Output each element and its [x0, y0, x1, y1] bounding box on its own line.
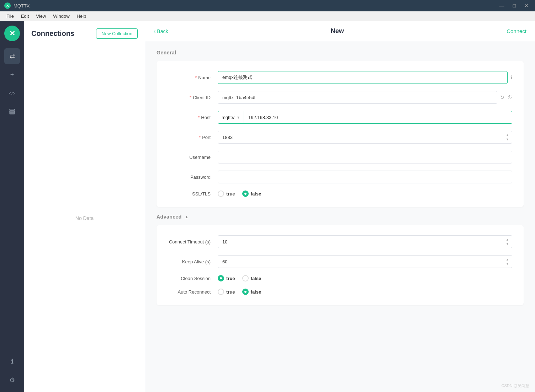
name-input[interactable]	[218, 71, 508, 84]
host-label: *Host	[168, 115, 218, 120]
sidebar-item-database[interactable]	[4, 104, 20, 119]
auto-reconnect-false-label: false	[251, 289, 261, 295]
menu-window[interactable]: Window	[49, 11, 73, 21]
keep-alive-wrapper: ▲ ▼	[218, 255, 512, 268]
client-id-input[interactable]	[218, 91, 497, 104]
connect-timeout-wrapper: ▲ ▼	[218, 235, 512, 248]
port-increment-button[interactable]: ▲	[505, 133, 509, 137]
host-required: *	[198, 115, 200, 120]
keep-alive-decrement[interactable]: ▼	[505, 262, 509, 266]
clean-session-radio-group: true false	[218, 275, 512, 281]
connections-title: Connections	[31, 29, 74, 38]
connect-button[interactable]: Connect	[507, 28, 526, 34]
advanced-card: Connect Timeout (s) ▲ ▼ Keep Alive (s)	[157, 225, 524, 305]
sidebar-item-connections[interactable]: ⇄	[4, 48, 20, 64]
sidebar-item-code[interactable]: </>	[4, 85, 20, 101]
back-button[interactable]: ‹ Back	[154, 28, 168, 34]
host-input[interactable]	[244, 111, 512, 124]
sidebar-item-new[interactable]: +	[4, 67, 20, 82]
clean-session-false-option[interactable]: false	[242, 275, 261, 281]
ssl-true-option[interactable]: true	[218, 190, 235, 197]
maximize-button[interactable]: □	[511, 2, 518, 9]
new-collection-button[interactable]: New Collection	[96, 28, 138, 39]
clean-session-false-radio[interactable]	[242, 275, 249, 281]
port-decrement-button[interactable]: ▼	[505, 138, 509, 141]
password-input[interactable]	[218, 171, 512, 183]
keep-alive-increment[interactable]: ▲	[505, 258, 509, 262]
back-arrow-icon: ‹	[154, 28, 155, 34]
top-bar: ‹ Back New Connect	[145, 21, 535, 41]
connections-panel: Connections New Collection No Data	[24, 21, 145, 392]
ssl-false-radio[interactable]	[242, 190, 249, 197]
password-label: Password	[168, 174, 218, 180]
client-id-input-wrapper: ↻ ⏱	[218, 91, 512, 104]
advanced-section-title: Advanced	[157, 214, 182, 220]
watermark: CSDN @吴尚慧	[502, 383, 529, 388]
keep-alive-label: Keep Alive (s)	[168, 259, 218, 264]
ssl-true-label: true	[226, 191, 235, 197]
ssl-true-radio[interactable]	[218, 190, 224, 197]
client-id-required: *	[190, 95, 191, 100]
title-bar: MQTTX — □ ✕	[0, 0, 535, 11]
no-data-message: No Data	[24, 44, 145, 392]
connect-timeout-increment[interactable]: ▲	[505, 238, 509, 242]
auto-reconnect-false-option[interactable]: false	[242, 289, 261, 295]
app-body: ✕ ⇄ + </> ℹ ⚙ Connections New Collection…	[0, 21, 535, 392]
auto-reconnect-true-radio[interactable]	[218, 289, 224, 295]
auto-reconnect-label: Auto Reconnect	[168, 289, 218, 295]
auto-reconnect-radio-group: true false	[218, 289, 512, 295]
port-row: *Port ▲ ▼	[168, 131, 512, 144]
client-id-row: *Client ID ↻ ⏱	[168, 91, 512, 104]
info-icon[interactable]: ℹ	[510, 75, 512, 80]
menu-help[interactable]: Help	[73, 11, 90, 21]
advanced-chevron-icon: ▲	[185, 215, 189, 219]
clean-session-true-option[interactable]: true	[218, 275, 235, 281]
clock-icon[interactable]: ⏱	[507, 95, 512, 100]
refresh-icon[interactable]: ↻	[500, 95, 504, 100]
menu-file[interactable]: File	[3, 11, 17, 21]
client-id-label: *Client ID	[168, 95, 218, 100]
window-controls: — □ ✕	[497, 2, 531, 9]
sidebar: ✕ ⇄ + </> ℹ ⚙	[0, 21, 24, 392]
menu-edit[interactable]: Edit	[17, 11, 32, 21]
connect-timeout-row: Connect Timeout (s) ▲ ▼	[168, 235, 512, 248]
protocol-select[interactable]: mqtt:// ▼	[218, 111, 244, 124]
name-input-wrapper: ℹ	[218, 71, 512, 84]
sidebar-item-settings[interactable]: ⚙	[4, 372, 20, 388]
main-panel: ‹ Back New Connect General *Name ℹ	[145, 21, 535, 392]
clean-session-false-label: false	[251, 276, 261, 281]
keep-alive-input[interactable]	[218, 255, 512, 268]
auto-reconnect-true-label: true	[226, 289, 235, 295]
app-title: MQTTX	[14, 3, 30, 9]
name-required: *	[195, 75, 197, 80]
back-label: Back	[157, 28, 168, 34]
clean-session-true-radio[interactable]	[218, 275, 224, 281]
connect-timeout-input[interactable]	[218, 235, 512, 248]
port-input[interactable]	[218, 131, 512, 144]
ssl-tls-row: SSL/TLS true false	[168, 190, 512, 197]
auto-reconnect-row: Auto Reconnect true false	[168, 289, 512, 295]
form-content: General *Name ℹ *Client ID	[145, 41, 535, 392]
ssl-false-option[interactable]: false	[242, 190, 261, 197]
port-input-wrapper: ▲ ▼	[218, 131, 512, 144]
name-row: *Name ℹ	[168, 71, 512, 84]
minimize-button[interactable]: —	[497, 2, 507, 9]
username-input[interactable]	[218, 151, 512, 163]
general-section-title: General	[157, 50, 524, 55]
advanced-section-header[interactable]: Advanced ▲	[157, 214, 524, 220]
username-label: Username	[168, 155, 218, 160]
ssl-false-label: false	[251, 191, 261, 197]
port-label: *Port	[168, 135, 218, 140]
protocol-value: mqtt://	[222, 115, 234, 120]
port-required: *	[199, 135, 201, 140]
menu-view[interactable]: View	[32, 11, 49, 21]
app-logo	[4, 2, 11, 9]
clean-session-true-label: true	[226, 276, 235, 281]
username-row: Username	[168, 151, 512, 163]
auto-reconnect-false-radio[interactable]	[242, 289, 249, 295]
avatar: ✕	[4, 26, 20, 41]
auto-reconnect-true-option[interactable]: true	[218, 289, 235, 295]
connect-timeout-decrement[interactable]: ▼	[505, 242, 509, 246]
close-button[interactable]: ✕	[522, 2, 531, 9]
sidebar-item-info[interactable]: ℹ	[4, 354, 20, 369]
